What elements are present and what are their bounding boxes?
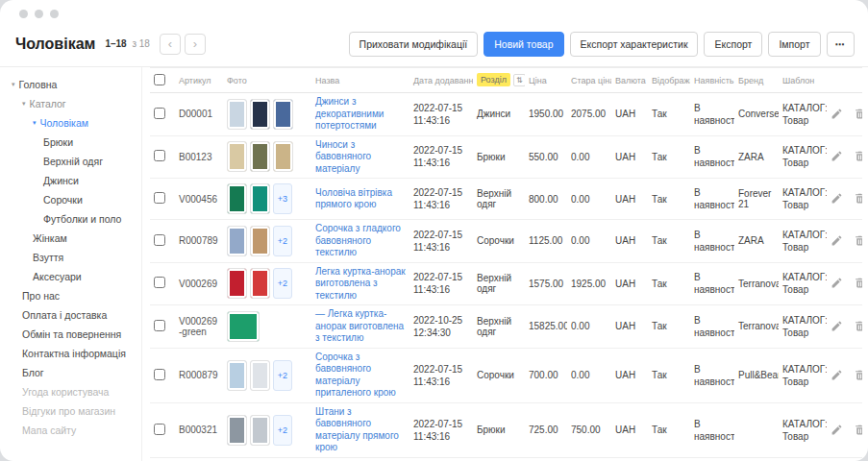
product-photo[interactable] (227, 183, 247, 214)
product-photo[interactable] (273, 99, 293, 130)
sidebar-item[interactable]: Контактна інформація (0, 344, 141, 363)
product-photo[interactable] (227, 226, 247, 256)
column-header-brand[interactable]: Бренд (738, 76, 763, 85)
sidebar-item[interactable]: ▾Чоловікам (0, 113, 141, 133)
sidebar-item-label: Взуття (33, 248, 63, 267)
sidebar-item[interactable]: Брюки (0, 133, 141, 152)
sidebar-item[interactable]: Аксесуари (0, 267, 141, 286)
delete-button[interactable] (854, 277, 862, 290)
sidebar-item[interactable]: Блог (0, 363, 141, 382)
delete-button[interactable] (854, 320, 862, 333)
edit-button[interactable] (831, 320, 844, 333)
product-photo[interactable] (250, 183, 270, 214)
hide-modifications-button[interactable]: Приховати модифікації (349, 32, 479, 57)
more-photos-badge[interactable]: +2 (273, 268, 292, 299)
product-photo[interactable] (250, 226, 270, 256)
edit-button[interactable] (831, 369, 844, 382)
product-name-link[interactable]: Джинси з декоративними потертостями (315, 96, 406, 133)
row-checkbox[interactable] (154, 320, 165, 331)
column-header-price[interactable]: Ціна (529, 76, 547, 85)
product-name-link[interactable]: Чиноси з бавовняного матеріалу (315, 139, 406, 176)
row-checkbox[interactable] (154, 192, 165, 204)
product-photo[interactable] (227, 415, 247, 446)
next-page-button[interactable]: › (185, 34, 206, 55)
row-checkbox[interactable] (154, 424, 165, 435)
sidebar-item[interactable]: ▾Головна (0, 75, 141, 94)
delete-button[interactable] (854, 369, 862, 382)
edit-button[interactable] (831, 277, 844, 290)
product-name-link[interactable]: Штани з бавовняного матеріалу прямого кр… (315, 406, 406, 454)
export-characteristics-button[interactable]: Експорт характеристик (570, 32, 699, 57)
sidebar-item[interactable]: Оплата і доставка (0, 305, 141, 325)
column-header-currency[interactable]: Валюта (615, 76, 646, 85)
delete-button[interactable] (854, 150, 862, 163)
import-button[interactable]: Імпорт (768, 32, 820, 57)
product-photo[interactable] (250, 141, 270, 172)
product-photo[interactable] (227, 99, 247, 130)
pagination-range: 1–18 (105, 38, 126, 49)
prev-page-button[interactable]: ‹ (160, 34, 181, 55)
window-control-minimize[interactable] (35, 10, 43, 18)
sidebar-item[interactable]: Відгуки про магазин (0, 401, 141, 421)
column-header-old-price[interactable]: Стара ціна (571, 76, 611, 85)
product-photo[interactable] (250, 268, 270, 299)
new-product-button[interactable]: Новий товар (484, 32, 563, 57)
delete-button[interactable] (854, 234, 862, 248)
export-button[interactable]: Експорт (704, 32, 762, 57)
sidebar-item[interactable]: ▾Каталог (0, 94, 141, 113)
more-photos-badge[interactable]: +3 (273, 183, 292, 214)
edit-button[interactable] (831, 424, 844, 437)
column-header-section[interactable]: Розділ (477, 73, 510, 86)
product-name-link[interactable]: Сорочка з гладкого бавовняного текстилю (315, 223, 406, 259)
column-header-date[interactable]: Дата додавання (413, 76, 473, 85)
sidebar-item[interactable]: Футболки и поло (0, 209, 141, 229)
select-all-checkbox[interactable] (154, 74, 165, 85)
column-header-display[interactable]: Відображати (652, 76, 690, 85)
product-photo[interactable] (227, 268, 247, 299)
product-photo[interactable] (227, 141, 247, 172)
sidebar-item[interactable]: Про нас (0, 286, 141, 305)
more-photos-badge[interactable]: +2 (273, 226, 292, 256)
edit-button[interactable] (831, 234, 844, 248)
row-checkbox[interactable] (154, 150, 165, 161)
edit-button[interactable] (831, 108, 844, 121)
product-name-link[interactable]: — Легка куртка-анорак виготовлена з текс… (315, 308, 406, 345)
product-name-link[interactable]: Чоловіча вітрівка прямого крою (315, 187, 406, 211)
more-photos-badge[interactable]: +2 (273, 415, 292, 446)
edit-button[interactable] (831, 150, 844, 163)
row-checkbox[interactable] (154, 234, 165, 246)
delete-button[interactable] (854, 424, 862, 437)
product-photo[interactable] (250, 99, 270, 130)
window-control-maximize[interactable] (50, 10, 59, 18)
row-checkbox[interactable] (154, 277, 165, 288)
delete-button[interactable] (854, 192, 862, 206)
product-photo[interactable] (227, 360, 247, 391)
more-actions-button[interactable]: ⋯ (827, 32, 856, 57)
delete-button[interactable] (854, 108, 862, 121)
window-control-close[interactable] (19, 10, 28, 18)
product-photo[interactable] (250, 360, 270, 391)
sidebar-item[interactable]: Жінкам (0, 229, 141, 248)
product-name-link[interactable]: Легка куртка-анорак виготовлена з тексти… (315, 266, 406, 303)
sidebar-item[interactable]: Мапа сайту (0, 421, 141, 440)
sidebar-item[interactable]: Обмін та повернення (0, 325, 141, 344)
sidebar-item[interactable]: Взуття (0, 248, 141, 267)
column-header-name[interactable]: Назва (315, 76, 339, 85)
edit-button[interactable] (831, 192, 844, 206)
column-header-photo[interactable]: Фото (227, 76, 247, 85)
more-photos-badge[interactable]: +2 (273, 360, 292, 391)
product-name-link[interactable]: Сорочка з бавовняного матеріалу притален… (315, 352, 406, 400)
sort-icon[interactable]: ⇅ (513, 74, 525, 86)
sidebar-item[interactable]: Угода користувача (0, 382, 141, 401)
sidebar-item[interactable]: Верхній одяг (0, 152, 141, 171)
product-photo[interactable] (250, 415, 270, 446)
sidebar-item[interactable]: Джинси (0, 171, 141, 190)
column-header-stock[interactable]: Наявність (694, 76, 733, 85)
product-photo[interactable] (227, 311, 260, 342)
column-header-sku[interactable]: Артикул (179, 76, 211, 85)
product-photo[interactable] (273, 141, 293, 172)
column-header-template[interactable]: Шаблон (782, 76, 814, 85)
sidebar-item[interactable]: Сорочки (0, 190, 141, 209)
row-checkbox[interactable] (154, 108, 165, 119)
row-checkbox[interactable] (154, 369, 165, 380)
